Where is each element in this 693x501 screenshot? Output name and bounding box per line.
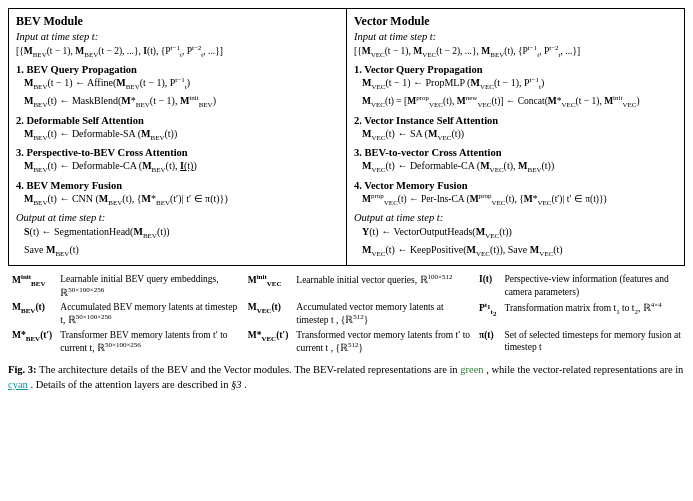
bev-step2-title: Deformable Self Attention <box>27 115 144 126</box>
vec-input-eq: [{MVEC(t − 1), MVEC(t − 2), ...}, MBEV(t… <box>354 44 677 60</box>
legend-desc-Pt: Transformation matrix from t1 to t2, ℝ4×… <box>500 300 685 328</box>
vec-module-title: Vector Module <box>354 14 677 29</box>
legend-desc-mvec-t: Accumulated vector memory latents at tim… <box>292 300 475 328</box>
bev-output-label: Output at time step t: <box>16 212 339 223</box>
bev-input-label: Input at time step t: <box>16 31 339 42</box>
bev-step2-num: 2. <box>16 115 27 126</box>
main-container: BEV Module Input at time step t: [{MBEV(… <box>8 8 685 393</box>
legend-symbol-mvec-star: M*VEC(t′) <box>244 328 293 356</box>
legend-symbol-mbev-init: MinitBEV <box>8 272 56 300</box>
vec-step1-line2: MVEC(t) = [MpropVEC(t), MnewVEC(t)] ← Co… <box>362 94 677 110</box>
legend-desc-mbev-star: Transformer BEV memory latents from t′ t… <box>56 328 243 356</box>
vec-step2-title: Vector Instance Self Attention <box>364 115 498 126</box>
caption-text1: The architecture details of the BEV and … <box>39 364 460 375</box>
bev-module: BEV Module Input at time step t: [{MBEV(… <box>9 9 347 265</box>
legend-symbol-mbev-star: M*BEV(t′) <box>8 328 56 356</box>
caption-text2: , while the vector-related representatio… <box>486 364 683 375</box>
vec-step1-line1: MVEC(t − 1) ← PropMLP (MVEC(t − 1), Pt−1… <box>362 76 677 93</box>
legend-symbol-Pt: Pt1t2 <box>475 300 501 328</box>
caption-ref: §3 <box>231 379 242 390</box>
vec-module: Vector Module Input at time step t: [{MV… <box>347 9 684 265</box>
vec-step4-title: Vector Memory Fusion <box>364 180 467 191</box>
legend-row-1: MinitBEV Learnable initial BEV query emb… <box>8 272 685 300</box>
bev-output-line2: Save MBEV(t) <box>24 243 339 259</box>
legend-symbol-mvec-t: MVEC(t) <box>244 300 293 328</box>
vec-step2-line1: MVEC(t) ← SA (MVEC(t)) <box>362 127 677 143</box>
figure-caption: Fig. 3: The architecture details of the … <box>8 362 685 394</box>
vec-output-line1: Y(t) ← VectorOutputHeads(MVEC(t)) <box>362 225 677 241</box>
vec-step4-line1: MpropVEC(t) ← Per-Ins-CA (MpropVEC(t), {… <box>362 192 677 208</box>
caption-cyan-word: cyan <box>8 379 28 390</box>
bev-step1-line1: MBEV(t − 1) ← Affine(MBEV(t − 1), Pt−1t) <box>24 76 339 93</box>
vec-step3-line1: MVEC(t) ← Deformable-CA (MVEC(t), MBEV(t… <box>362 159 677 175</box>
vec-step1-header: 1. Vector Query Propagation <box>354 64 677 75</box>
legend-desc-pi: Set of selected timesteps for memory fus… <box>500 328 685 356</box>
bev-step3-num: 3. <box>16 147 27 158</box>
bev-step1-num: 1. <box>16 64 27 75</box>
vec-step4-num: 4. <box>354 180 364 191</box>
vec-step4-header: 4. Vector Memory Fusion <box>354 180 677 191</box>
legend-desc-mvec-init: Learnable initial vector queries, ℝ100×5… <box>292 272 475 300</box>
bev-step1-title: BEV Query Propagation <box>27 64 137 75</box>
vec-step2-num: 2. <box>354 115 364 126</box>
bev-input-eq: [{MBEV(t − 1), MBEV(t − 2), ...}, I(t), … <box>16 44 339 60</box>
bev-step1-line2: MBEV(t) ← MaskBlend(M*BEV(t − 1), MinitB… <box>24 94 339 111</box>
vec-step1-num: 1. <box>354 64 364 75</box>
bev-step4-num: 4. <box>16 180 27 191</box>
legend-symbol-pi: π(t) <box>475 328 501 356</box>
vec-output-line2: MVEC(t) ← KeepPositive(MVEC(t)), Save MV… <box>362 243 677 259</box>
caption-green-word: green <box>460 364 483 375</box>
bev-step4-title: BEV Memory Fusion <box>27 180 122 191</box>
bev-module-title: BEV Module <box>16 14 339 29</box>
legend-symbol-mvec-init: MinitVEC <box>244 272 293 300</box>
vec-step3-num: 3. <box>354 147 365 158</box>
bev-output-line1: S(t) ← SegmentationHead(MBEV(t)) <box>24 225 339 241</box>
bev-step3-title: Perspective-to-BEV Cross Attention <box>27 147 188 158</box>
vec-step2-header: 2. Vector Instance Self Attention <box>354 115 677 126</box>
bev-step2-header: 2. Deformable Self Attention <box>16 115 339 126</box>
fig-label: Fig. 3: <box>8 364 37 375</box>
legend-desc-mvec-star: Transformed vector memory latents from t… <box>292 328 475 356</box>
bev-step3-line1: MBEV(t) ← Deformable-CA (MBEV(t), I(t)) <box>24 159 339 175</box>
vec-step3-title: BEV-to-vector Cross Attention <box>365 147 502 158</box>
bev-step2-line1: MBEV(t) ← Deformable-SA (MBEV(t)) <box>24 127 339 143</box>
bev-step3-header: 3. Perspective-to-BEV Cross Attention <box>16 147 339 158</box>
bev-step4-header: 4. BEV Memory Fusion <box>16 180 339 191</box>
bev-step4-line1: MBEV(t) ← CNN (MBEV(t), {M*BEV(t′)| t′ ∈… <box>24 192 339 208</box>
legend-row-2: MBEV(t) Accumulated BEV memory latents a… <box>8 300 685 328</box>
caption-text4: . <box>244 379 247 390</box>
legend-row-3: M*BEV(t′) Transformer BEV memory latents… <box>8 328 685 356</box>
vec-step1-title: Vector Query Propagation <box>364 64 482 75</box>
caption-text3: . Details of the attention layers are de… <box>30 379 231 390</box>
vec-step3-header: 3. BEV-to-vector Cross Attention <box>354 147 677 158</box>
legend-symbol-mbev-t: MBEV(t) <box>8 300 56 328</box>
vec-input-label: Input at time step t: <box>354 31 677 42</box>
legend-desc-It: Perspective-view information (features a… <box>500 272 685 300</box>
legend-desc-mbev-init: Learnable initial BEV query embeddings, … <box>56 272 243 300</box>
bev-step1-header: 1. BEV Query Propagation <box>16 64 339 75</box>
legend-table: MinitBEV Learnable initial BEV query emb… <box>8 272 685 356</box>
legend-symbol-It: I(t) <box>475 272 501 300</box>
legend-desc-mbev-t: Accumulated BEV memory latents at timest… <box>56 300 243 328</box>
vec-output-label: Output at time step t: <box>354 212 677 223</box>
modules-row: BEV Module Input at time step t: [{MBEV(… <box>8 8 685 266</box>
